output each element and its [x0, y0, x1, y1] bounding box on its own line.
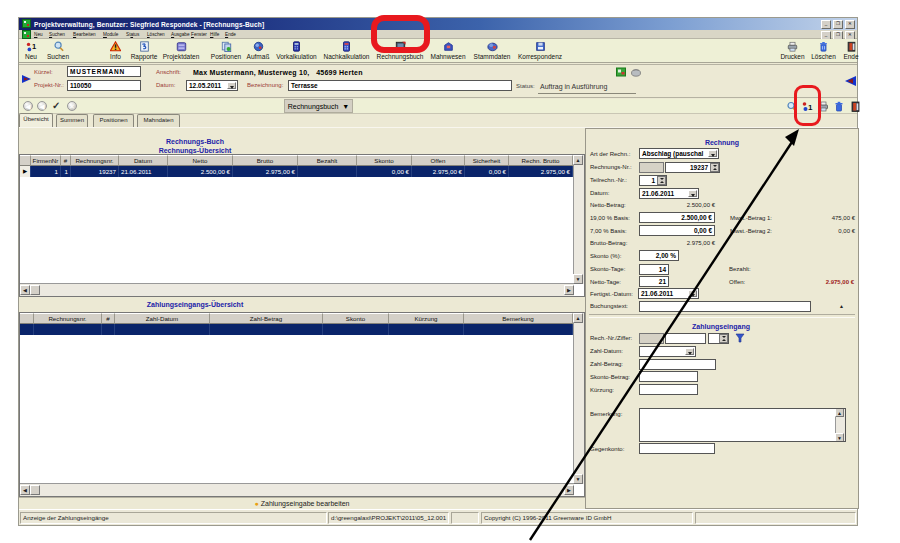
svg-text:1: 1	[31, 42, 36, 51]
